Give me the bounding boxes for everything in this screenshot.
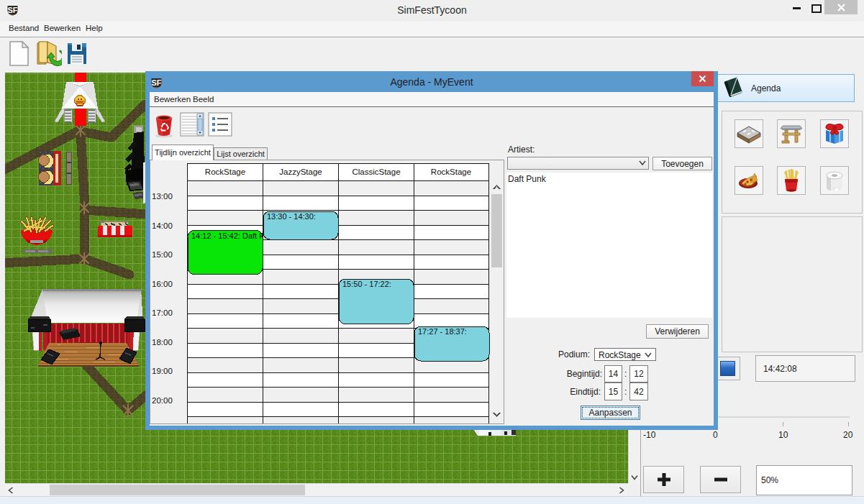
svg-text:17:27 - 18:37:: 17:27 - 18:37: (418, 327, 467, 336)
svg-text:14:12 - 15:42: Daft P: 14:12 - 15:42: Daft P (191, 232, 265, 240)
svg-text:19:00: 19:00 (152, 367, 173, 375)
svg-text:16:00: 16:00 (152, 280, 173, 288)
svg-text:15:50 - 17:22:: 15:50 - 17:22: (342, 280, 391, 288)
svg-text:SF: SF (7, 6, 17, 14)
svg-text:13:00: 13:00 (152, 192, 173, 201)
svg-text:13:30 - 14:30:: 13:30 - 14:30: (267, 212, 316, 221)
svg-text:20:00: 20:00 (152, 396, 173, 405)
svg-text:14:00: 14:00 (152, 221, 173, 230)
svg-text:RockStage: RockStage (205, 168, 245, 176)
svg-text:ClassicStage: ClassicStage (352, 168, 400, 176)
svg-text:17:00: 17:00 (152, 308, 173, 317)
svg-text:15:00: 15:00 (152, 250, 173, 259)
svg-text:RockStage: RockStage (431, 168, 471, 176)
svg-text:18:00: 18:00 (152, 338, 173, 347)
svg-text:JazzyStage: JazzyStage (279, 168, 322, 176)
